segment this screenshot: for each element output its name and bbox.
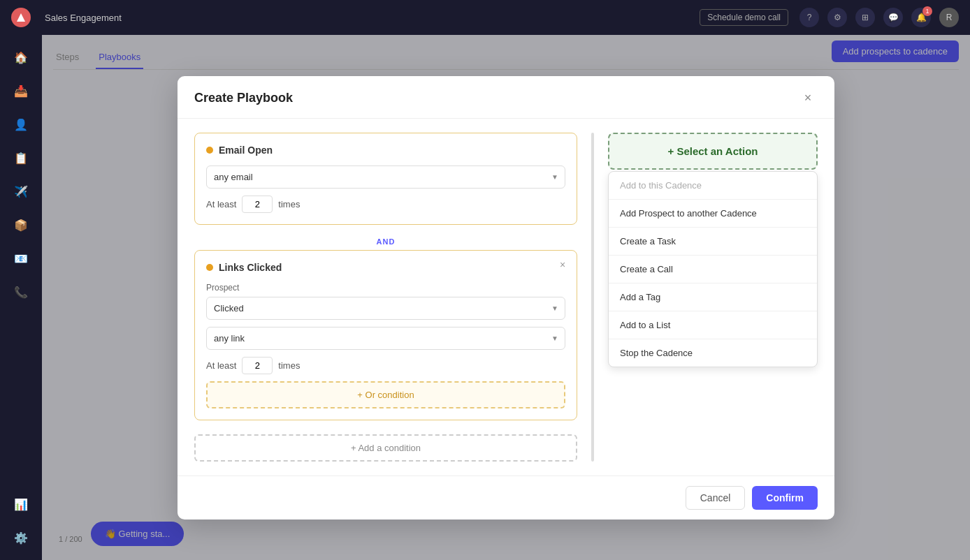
settings-nav-icon[interactable]: ⚙ [827, 8, 847, 27]
and-separator: AND [194, 233, 577, 250]
condition-dot-links [206, 264, 213, 271]
nav-icons: ? ⚙ ⊞ 💬 🔔 1 R [799, 8, 959, 27]
links-at-least-row: At least times [206, 357, 565, 374]
add-condition-button[interactable]: + Add a condition [194, 434, 577, 462]
modal-footer: Cancel Confirm [178, 476, 834, 520]
links-at-least-label: At least [206, 360, 236, 371]
action-dropdown-menu: Add to this Cadence Add Prospect to anot… [608, 171, 818, 367]
clicked-select-wrapper: Clicked Not Clicked ▼ [206, 297, 565, 320]
action-item-add-to-list[interactable]: Add to a List [609, 311, 817, 339]
sidebar-item-home[interactable]: 🏠 [7, 43, 35, 71]
email-times-label: times [278, 199, 300, 209]
modal-overlay: Create Playbook × Email Open [42, 35, 970, 560]
or-condition-button[interactable]: + Or condition [206, 381, 565, 408]
cancel-button[interactable]: Cancel [686, 486, 746, 510]
app-logo [11, 8, 31, 27]
prospect-label: Prospect [206, 283, 565, 293]
modal-divider [591, 133, 594, 462]
email-at-least-label: At least [206, 199, 236, 209]
email-at-least-input[interactable] [242, 196, 273, 213]
condition-title-links: Links Clicked [219, 262, 282, 273]
action-item-add-tag[interactable]: Add a Tag [609, 283, 817, 311]
condition-title-email: Email Open [219, 145, 273, 156]
main-content: Steps Playbooks Add prospects to cadence… [42, 35, 970, 560]
user-avatar[interactable]: R [939, 8, 959, 27]
sidebar-item-send[interactable]: ✈️ [7, 177, 35, 205]
condition-header-email: Email Open [206, 145, 565, 156]
notification-badge: 1 [922, 6, 932, 16]
email-open-condition: Email Open any email specific email ▼ [194, 133, 577, 225]
email-open-dropdown[interactable]: any email specific email [206, 165, 565, 189]
link-type-dropdown[interactable]: any link specific link [206, 327, 565, 350]
action-item-stop-cadence[interactable]: Stop the Cadence [609, 339, 817, 367]
svg-marker-0 [17, 13, 25, 22]
sidebar-item-settings[interactable]: ⚙️ [7, 524, 35, 552]
sidebar-item-analytics[interactable]: 📊 [7, 490, 35, 518]
links-at-least-input[interactable] [242, 357, 273, 374]
schedule-demo-button[interactable]: Schedule demo call [700, 9, 788, 26]
confirm-button[interactable]: Confirm [752, 486, 818, 510]
modal-title: Create Playbook [194, 91, 293, 105]
sidebar-item-calls[interactable]: 📞 [7, 278, 35, 306]
modal-close-button[interactable]: × [798, 89, 818, 108]
action-item-create-call[interactable]: Create a Call [609, 256, 817, 283]
app-title: Sales Engagement [45, 13, 122, 23]
modal-left-panel: Email Open any email specific email ▼ [194, 133, 577, 462]
link-type-select-wrapper: any link specific link ▼ [206, 327, 565, 350]
action-item-create-task[interactable]: Create a Task [609, 228, 817, 256]
create-playbook-modal: Create Playbook × Email Open [178, 76, 834, 520]
sidebar: 🏠 📥 👤 📋 ✈️ 📦 📧 📞 📊 ⚙️ [0, 35, 42, 560]
help-icon[interactable]: ? [799, 8, 819, 27]
sidebar-item-messages[interactable]: 📧 [7, 244, 35, 272]
top-nav: Sales Engagement Schedule demo call ? ⚙ … [0, 0, 970, 35]
clicked-dropdown[interactable]: Clicked Not Clicked [206, 297, 565, 320]
action-item-add-another-cadence[interactable]: Add Prospect to another Cadence [609, 200, 817, 228]
grid-icon[interactable]: ⊞ [855, 8, 875, 27]
links-clicked-close-button[interactable]: × [556, 258, 570, 272]
select-action-button[interactable]: + Select an Action [608, 133, 818, 170]
condition-dot-email [206, 147, 213, 154]
email-at-least-row: At least times [206, 196, 565, 213]
links-clicked-condition: × Links Clicked Prospect Clicked Not [194, 250, 577, 420]
action-item-add-to-cadence: Add to this Cadence [609, 172, 817, 200]
notification-icon[interactable]: 🔔 1 [911, 8, 931, 27]
email-open-select-wrapper: any email specific email ▼ [206, 165, 565, 189]
chat-icon[interactable]: 💬 [883, 8, 903, 27]
modal-body: Email Open any email specific email ▼ [178, 119, 834, 476]
sidebar-item-tasks[interactable]: 📦 [7, 211, 35, 239]
sidebar-item-reports[interactable]: 📋 [7, 144, 35, 172]
links-times-label: times [278, 360, 300, 371]
condition-header-links: Links Clicked [206, 262, 565, 273]
modal-header: Create Playbook × [178, 76, 834, 119]
modal-right-panel: + Select an Action Add to this Cadence A… [608, 133, 818, 462]
sidebar-item-contacts[interactable]: 👤 [7, 110, 35, 138]
sidebar-item-inbox[interactable]: 📥 [7, 77, 35, 105]
